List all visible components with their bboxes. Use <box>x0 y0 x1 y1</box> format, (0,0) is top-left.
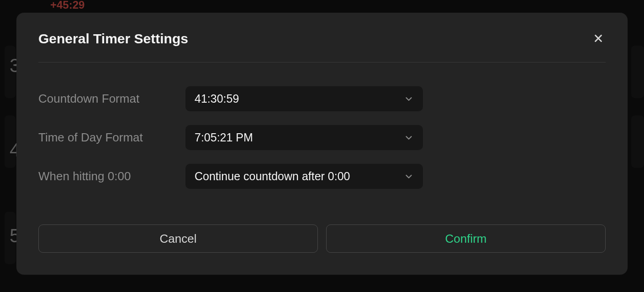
countdown-format-label: Countdown Format <box>38 92 185 106</box>
bg-top-remaining-time: +45:29 <box>50 0 84 11</box>
bg-block <box>631 115 644 168</box>
close-icon <box>593 33 603 45</box>
close-button[interactable] <box>591 31 606 46</box>
chevron-down-icon <box>404 172 414 182</box>
modal-body: Countdown Format 41:30:59 Time of Day Fo… <box>38 63 606 224</box>
countdown-format-row: Countdown Format 41:30:59 <box>38 86 606 111</box>
bg-block <box>631 46 644 98</box>
chevron-down-icon <box>404 133 414 143</box>
when-hitting-zero-select[interactable]: Continue countdown after 0:00 <box>185 164 423 189</box>
countdown-format-select-wrap: 41:30:59 <box>185 86 423 111</box>
time-of-day-format-label: Time of Day Format <box>38 130 185 145</box>
when-hitting-zero-select-wrap: Continue countdown after 0:00 <box>185 164 423 189</box>
confirm-button[interactable]: Confirm <box>326 224 606 253</box>
countdown-format-select[interactable]: 41:30:59 <box>185 86 423 111</box>
cancel-button[interactable]: Cancel <box>38 224 318 253</box>
time-of-day-format-row: Time of Day Format 7:05:21 PM <box>38 125 606 150</box>
time-of-day-format-value: 7:05:21 PM <box>195 131 253 144</box>
time-of-day-format-select-wrap: 7:05:21 PM <box>185 125 423 150</box>
modal-header: General Timer Settings <box>38 31 606 63</box>
modal-title: General Timer Settings <box>38 31 188 47</box>
when-hitting-zero-value: Continue countdown after 0:00 <box>195 170 350 183</box>
when-hitting-zero-row: When hitting 0:00 Continue countdown aft… <box>38 164 606 189</box>
modal-footer: Cancel Confirm <box>38 224 606 253</box>
countdown-format-value: 41:30:59 <box>195 92 239 105</box>
chevron-down-icon <box>404 94 414 104</box>
when-hitting-zero-label: When hitting 0:00 <box>38 169 185 183</box>
time-of-day-format-select[interactable]: 7:05:21 PM <box>185 125 423 150</box>
settings-modal: General Timer Settings Countdown Format … <box>16 13 628 275</box>
